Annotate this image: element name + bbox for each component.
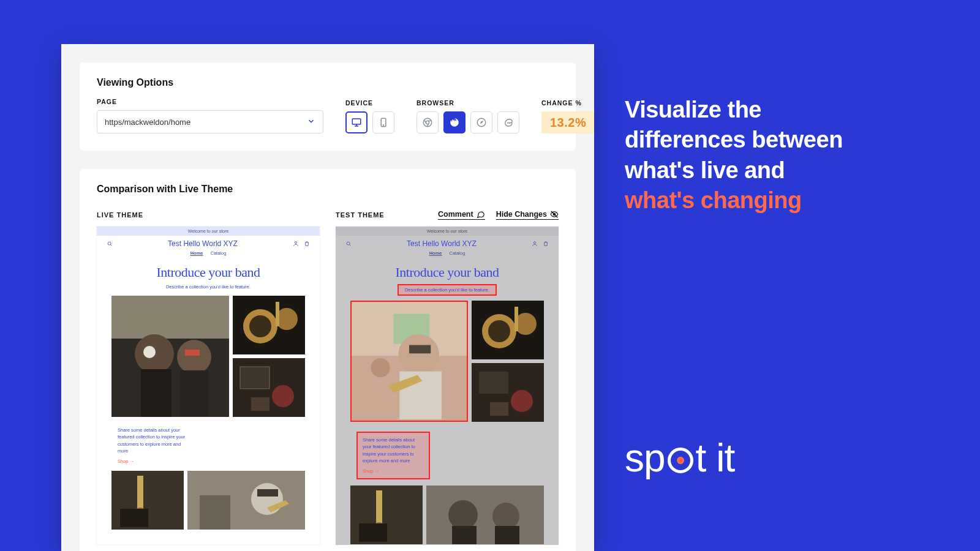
- svg-point-58: [448, 500, 478, 530]
- svg-point-43: [371, 358, 390, 377]
- search-icon: [107, 241, 113, 247]
- svg-rect-32: [257, 489, 278, 497]
- svg-point-2: [383, 125, 383, 126]
- headline-accent: what's changing: [625, 186, 888, 216]
- store-brand: Test Hello World XYZ: [168, 239, 238, 248]
- store-nav: Home Catalog: [97, 249, 320, 262]
- headline-line: Visualize the: [625, 95, 888, 125]
- live-theme-preview: Welcome to our store Test Hello World XY…: [97, 227, 320, 545]
- desktop-icon: [351, 117, 362, 128]
- svg-point-31: [251, 483, 283, 515]
- comment-button[interactable]: Comment: [438, 210, 485, 220]
- headline-line: differences between: [625, 125, 888, 155]
- eye-off-icon: [550, 210, 559, 219]
- gallery-image: [472, 363, 544, 422]
- svg-rect-15: [185, 350, 200, 356]
- svg-rect-20: [276, 302, 279, 326]
- gallery-image: [350, 485, 423, 544]
- svg-rect-22: [240, 367, 270, 389]
- viewing-options-card: Viewing Options PAGE https/mackweldon/ho…: [80, 62, 576, 151]
- live-theme-label: LIVE THEME: [97, 211, 143, 219]
- svg-point-6: [108, 242, 111, 245]
- gallery-image-diff: [350, 301, 468, 422]
- bag-icon: [304, 241, 310, 247]
- svg-rect-50: [479, 372, 508, 394]
- page-select-value: https/mackweldon/home: [105, 118, 190, 127]
- browser-label: BROWSER: [417, 99, 519, 107]
- hide-changes-button[interactable]: Hide Changes: [496, 210, 559, 220]
- svg-point-59: [492, 503, 519, 530]
- gallery-image: [472, 301, 544, 359]
- collection-details: Share some details about your featured c…: [118, 427, 191, 465]
- svg-point-35: [347, 242, 350, 245]
- svg-rect-52: [490, 402, 508, 416]
- mobile-icon: [378, 117, 389, 128]
- announcement-bar: Welcome to our store: [336, 227, 559, 236]
- browser-safari-button[interactable]: [470, 111, 492, 133]
- svg-rect-61: [495, 526, 519, 544]
- collection-details-diff: Share some details about your featured c…: [356, 432, 430, 479]
- header-icons: [532, 241, 549, 247]
- svg-rect-33: [200, 495, 230, 530]
- svg-rect-13: [180, 370, 208, 417]
- comment-icon: [477, 210, 485, 219]
- svg-point-36: [533, 242, 535, 244]
- device-desktop-button[interactable]: [345, 111, 368, 133]
- test-theme-label: TEST THEME: [336, 211, 385, 219]
- test-theme-preview: Welcome to our store Test Hello World XY…: [336, 227, 559, 545]
- device-mobile-button[interactable]: [372, 111, 394, 133]
- nav-catalog: Catalog: [449, 250, 465, 256]
- brand-logo: sp t it: [625, 435, 734, 481]
- svg-point-7: [295, 242, 296, 244]
- nav-catalog: Catalog: [210, 250, 226, 256]
- svg-point-40: [398, 334, 439, 375]
- nav-home: Home: [429, 250, 442, 256]
- nav-home: Home: [190, 250, 203, 256]
- browser-edge-button[interactable]: [497, 111, 519, 133]
- svg-point-24: [272, 385, 294, 407]
- marketing-headline: Visualize the differences between what's…: [625, 95, 888, 216]
- comparison-title: Comparison with Live Theme: [97, 184, 559, 195]
- svg-rect-41: [409, 345, 431, 354]
- app-panel: Viewing Options PAGE https/mackweldon/ho…: [61, 44, 594, 551]
- search-icon: [345, 241, 352, 247]
- change-label: CHANGE %: [541, 99, 594, 107]
- gallery-image: [187, 471, 305, 530]
- live-theme-column: LIVE THEME Welcome to our store Test Hel…: [97, 209, 320, 545]
- browser-chrome-button[interactable]: [417, 111, 439, 133]
- svg-point-18: [249, 315, 271, 337]
- gallery-image: [111, 296, 229, 417]
- hero-subtitle: Describe a collection you'd like to feat…: [97, 284, 320, 296]
- gallery-image: [233, 296, 305, 354]
- svg-rect-56: [359, 523, 387, 542]
- svg-point-14: [143, 346, 156, 358]
- svg-point-11: [177, 340, 211, 374]
- page-select[interactable]: https/mackweldon/home: [97, 110, 323, 133]
- svg-rect-9: [111, 296, 229, 339]
- shop-link: Shop →: [363, 468, 424, 474]
- svg-rect-29: [120, 509, 148, 527]
- logo-pre: sp: [625, 435, 665, 481]
- svg-rect-48: [514, 307, 518, 331]
- bag-icon: [543, 241, 549, 247]
- hero-heading: Introduce your band: [336, 262, 559, 284]
- header-icons: [293, 241, 310, 247]
- chevron-down-icon: [307, 117, 315, 127]
- hero-subtitle-diff: Describe a collection you'd like to feat…: [398, 284, 497, 296]
- safari-icon: [476, 117, 487, 128]
- browser-firefox-button[interactable]: [443, 111, 466, 133]
- announcement-bar: Welcome to our store: [97, 227, 320, 236]
- gallery-image: [426, 485, 544, 544]
- device-label: DEVICE: [345, 99, 394, 107]
- chrome-icon: [422, 117, 433, 128]
- user-icon: [532, 241, 538, 247]
- svg-point-46: [488, 320, 510, 342]
- logo-post: t it: [696, 435, 735, 481]
- comparison-card: Comparison with Live Theme LIVE THEME We…: [80, 169, 576, 551]
- svg-rect-25: [251, 397, 270, 411]
- svg-rect-57: [426, 485, 544, 544]
- edge-icon: [503, 117, 514, 128]
- gallery-image: [111, 471, 184, 530]
- svg-rect-12: [141, 369, 172, 417]
- user-icon: [293, 241, 299, 247]
